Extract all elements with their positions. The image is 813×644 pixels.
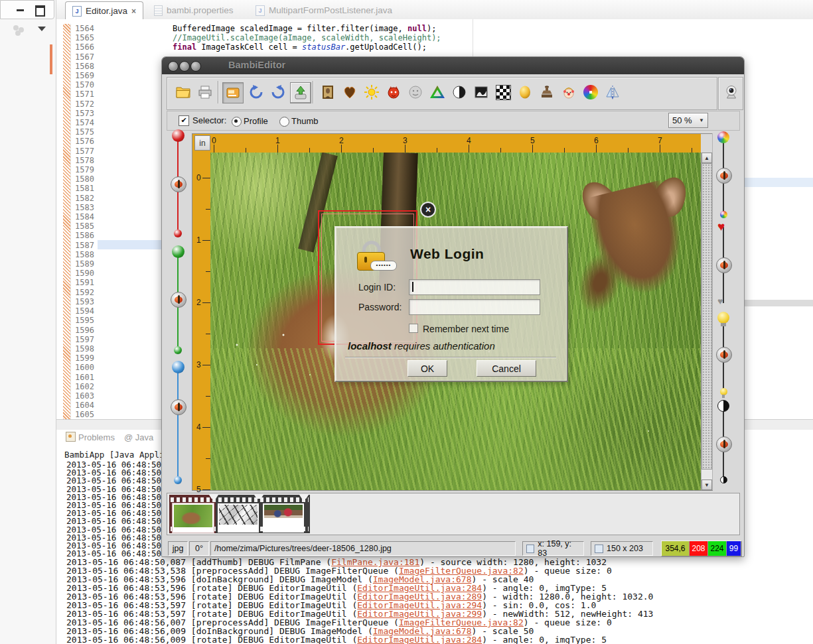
view-menu-chevron-icon[interactable] (38, 27, 46, 31)
thumb-deer[interactable] (173, 503, 214, 533)
green-channel-slider-min (174, 346, 182, 354)
filmstrip (169, 495, 310, 533)
green-channel-slider-knob[interactable] (171, 292, 186, 308)
ok-button[interactable]: OK (407, 360, 447, 377)
radio-profile[interactable] (232, 117, 242, 127)
h-ruler-label: 3 (403, 136, 407, 145)
selector-checkbox[interactable]: ✔ (179, 115, 189, 126)
scroll-up-icon[interactable]: ▲ (702, 153, 712, 163)
java-file-icon: J (72, 6, 82, 17)
selection-close-button[interactable]: × (420, 202, 436, 218)
color-cell: 99 (727, 541, 741, 556)
sun-brightness-filter-icon (364, 84, 380, 100)
color-cell: 224 (708, 541, 727, 556)
horizontal-ruler (192, 134, 701, 153)
contrast-filter-button[interactable] (449, 82, 469, 102)
print-button[interactable] (195, 82, 215, 102)
password-field[interactable] (409, 299, 540, 315)
tab-label: Editor.java (86, 6, 127, 16)
rotate-right-button[interactable] (268, 82, 288, 102)
stamp-filter-button[interactable] (537, 82, 557, 102)
thumb-bw-trees[interactable] (218, 503, 259, 533)
scaled-photo-icon (225, 85, 241, 101)
console-process-label: BambiApp [Java Applica (64, 450, 175, 460)
bw-photo-filter-button[interactable] (471, 82, 491, 102)
web-login-dialog: •••••• Web Login Login ID: Password: Rem… (334, 226, 568, 382)
flip-horizontal-filter-button[interactable] (603, 82, 623, 102)
selector-label: Selector: (192, 115, 226, 125)
zoom-value: 50 % (672, 115, 692, 125)
tab-multipartformpostlistener-java[interactable]: JMultipartFormPostListener.java (249, 1, 399, 19)
editor-tab-bar: JEditor.java×bambi.propertiesJMultipartF… (56, 0, 813, 20)
status-cursor-position: x: 159, y: 83 (522, 541, 584, 556)
ruler-unit-button[interactable]: in (194, 135, 210, 151)
rgb-prism-filter-button[interactable] (427, 82, 447, 102)
status-format: jpg (168, 541, 188, 556)
thumb-people[interactable] (263, 503, 304, 533)
golden-egg-filter-button[interactable] (515, 82, 535, 102)
rotate-left-button[interactable] (246, 82, 266, 102)
checkerboard-icon (496, 85, 511, 100)
window-title-bar[interactable]: BambiEditor (162, 57, 744, 74)
tab-editor-java[interactable]: JEditor.java× (65, 1, 143, 20)
close-window-button[interactable] (168, 61, 179, 72)
clown-filter-button[interactable] (559, 82, 579, 102)
status-file-path: /home/zima/Pictures/trees/deer-18506_128… (210, 541, 516, 556)
blue-channel-slider-max (172, 361, 185, 373)
checkerboard-filter-button[interactable] (493, 82, 513, 102)
h-ruler-label: 1 (275, 136, 280, 145)
webcam-button[interactable] (721, 82, 741, 102)
console-tab-java[interactable]: @ Java (124, 432, 153, 442)
remember-checkbox[interactable] (409, 324, 418, 333)
login-id-field[interactable] (409, 279, 540, 295)
v-ruler-label: 4 (196, 422, 201, 432)
scrollbar-thumb[interactable] (702, 163, 712, 470)
red-channel-slider-max (172, 129, 185, 142)
cancel-button[interactable]: Cancel (477, 360, 536, 377)
sepia-heart-filter-button[interactable] (340, 82, 360, 102)
scroll-down-icon[interactable]: ▼ (702, 480, 712, 490)
radio-label-profile: Profile (244, 116, 268, 126)
zoom-dropdown[interactable]: 50 % ▼ (668, 113, 708, 128)
tab-bambi-properties[interactable]: bambi.properties (147, 1, 240, 19)
brightness-slider-min (720, 388, 727, 395)
chevron-down-icon: ▼ (699, 117, 704, 123)
brightness-slider-knob[interactable] (716, 347, 732, 363)
devil-filter-button[interactable] (384, 82, 404, 102)
clown-filter-icon (561, 84, 577, 100)
console-tab-problems[interactable]: Problems (66, 432, 115, 442)
saturation-slider-knob[interactable] (716, 168, 732, 184)
radio-thumb[interactable] (279, 117, 289, 127)
contrast-slider-knob[interactable] (716, 436, 732, 452)
open-folder-button[interactable] (173, 82, 193, 102)
maximize-window-button[interactable] (190, 61, 201, 72)
emboss-smiley-filter-button[interactable] (406, 82, 425, 102)
red-channel-slider-knob[interactable] (171, 176, 186, 192)
heart-tint-slider-knob[interactable] (716, 257, 732, 273)
problems-icon (66, 432, 76, 442)
scaled-photo-button[interactable] (222, 82, 244, 103)
mona-lisa-filter-button[interactable] (318, 82, 338, 102)
current-line-highlight (98, 240, 161, 249)
color-cell: 208 (690, 541, 708, 556)
blue-channel-slider-knob[interactable] (171, 399, 186, 415)
editor-highlight-band (745, 178, 813, 187)
minimize-icon[interactable] (17, 9, 24, 11)
vertical-scrollbar[interactable]: ▲ ▼ (701, 153, 712, 490)
log-line: 2013-05-16 06:48:56,009 [rotate] DEBUG E… (66, 635, 653, 644)
sun-brightness-filter-button[interactable] (362, 82, 382, 102)
swirl-filter-button[interactable] (581, 82, 601, 102)
tab-close-icon[interactable]: × (131, 7, 136, 16)
code-text[interactable]: BufferedImage scaledImage = filter.filte… (173, 24, 441, 52)
maximize-icon[interactable] (35, 5, 45, 17)
heart-tint-slider-min: ♥ (717, 296, 723, 306)
slider-separator (712, 133, 713, 490)
film-sprocket-holes (171, 497, 309, 502)
faded-view-icon (13, 25, 27, 34)
swirl-icon (583, 85, 598, 99)
thumb-deer-image (174, 505, 212, 527)
upload-button[interactable] (290, 82, 311, 103)
console-truncated-lines: 2013-05-16 06:48:502013-05-16 06:48:5020… (66, 461, 163, 558)
source-link[interactable]: EditorImageUtil.java:284 (357, 635, 482, 644)
minimize-window-button[interactable] (179, 61, 190, 72)
